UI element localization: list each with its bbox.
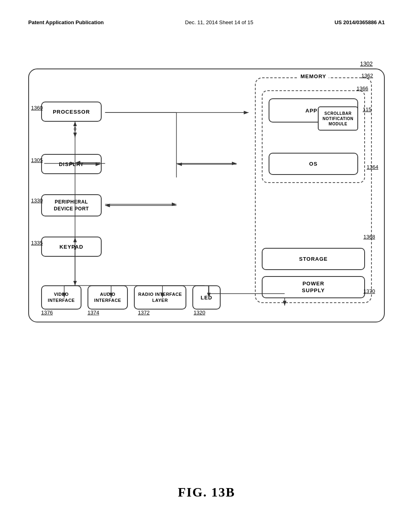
radio-label: RADIO INTERFACELAYER: [138, 291, 182, 304]
header-patent-number: US 2014/0365886 A1: [334, 19, 385, 25]
storage-box: STORAGE: [262, 248, 365, 270]
outer-box-1302: MEMORY 1362 1366 APPS SCROLLBARNOTIFICAT…: [28, 69, 385, 322]
display-box: DISPLAY: [41, 154, 102, 174]
label-1305: 1305: [31, 157, 43, 163]
label-1370: 1370: [363, 288, 375, 294]
apps-os-box: 1366 APPS SCROLLBARNOTIFICATIONMODULE 11…: [262, 90, 365, 183]
video-label: VIDEOINTERFACE: [48, 291, 75, 304]
storage-label: STORAGE: [299, 256, 327, 262]
os-box: OS: [269, 153, 358, 175]
scrollbar-label: SCROLLBARNOTIFICATIONMODULE: [323, 111, 353, 127]
label-1320: 1320: [194, 310, 205, 316]
figure-caption: FIG. 13B: [0, 485, 413, 500]
memory-outer-box: MEMORY 1362 1366 APPS SCROLLBARNOTIFICAT…: [255, 77, 372, 303]
header-publication: Patent Application Publication: [28, 19, 104, 25]
label-1335: 1335: [31, 240, 43, 246]
label-115: 115: [363, 106, 371, 112]
keypad-box: KEYPAD: [41, 237, 102, 257]
label-1330: 1330: [31, 197, 43, 204]
os-label: OS: [309, 161, 318, 167]
processor-box: PROCESSOR: [41, 102, 102, 122]
label-1366: 1366: [357, 85, 368, 91]
label-1372: 1372: [138, 310, 150, 316]
video-interface-box: VIDEOINTERFACE: [41, 285, 81, 310]
scrollbar-notification-box: SCROLLBARNOTIFICATIONMODULE: [318, 106, 358, 131]
label-1364: 1364: [367, 164, 378, 170]
memory-label: MEMORY: [298, 73, 329, 79]
power-label: POWERSUPPLY: [302, 281, 325, 294]
label-1376: 1376: [41, 310, 53, 316]
header-date-sheet: Dec. 11, 2014 Sheet 14 of 15: [185, 19, 253, 25]
label-1360: 1360: [31, 105, 43, 111]
svg-marker-6: [73, 127, 77, 129]
svg-marker-7: [73, 129, 77, 131]
audio-label: AUDIOINTERFACE: [94, 291, 121, 304]
peripheral-label: PERIPHERALDEVICE PORT: [54, 199, 89, 212]
label-1362: 1362: [361, 73, 373, 79]
led-label: LED: [201, 295, 213, 301]
display-label: DISPLAY: [59, 161, 84, 167]
led-box: LED: [192, 285, 221, 310]
diagram-area: MEMORY 1362 1366 APPS SCROLLBARNOTIFICAT…: [28, 52, 385, 326]
apps-box: APPS SCROLLBARNOTIFICATIONMODULE 115: [269, 98, 358, 123]
page-header: Patent Application Publication Dec. 11, …: [28, 19, 385, 25]
label-1374: 1374: [88, 310, 99, 316]
audio-interface-box: AUDIOINTERFACE: [88, 285, 128, 310]
peripheral-box: PERIPHERALDEVICE PORT: [41, 194, 102, 216]
processor-label: PROCESSOR: [53, 109, 90, 115]
radio-interface-box: RADIO INTERFACELAYER: [134, 285, 186, 310]
outer-label-1302: 1302: [360, 60, 373, 67]
label-1368: 1368: [363, 234, 375, 240]
keypad-label: KEYPAD: [59, 244, 83, 250]
power-supply-box: POWERSUPPLY: [262, 276, 365, 298]
